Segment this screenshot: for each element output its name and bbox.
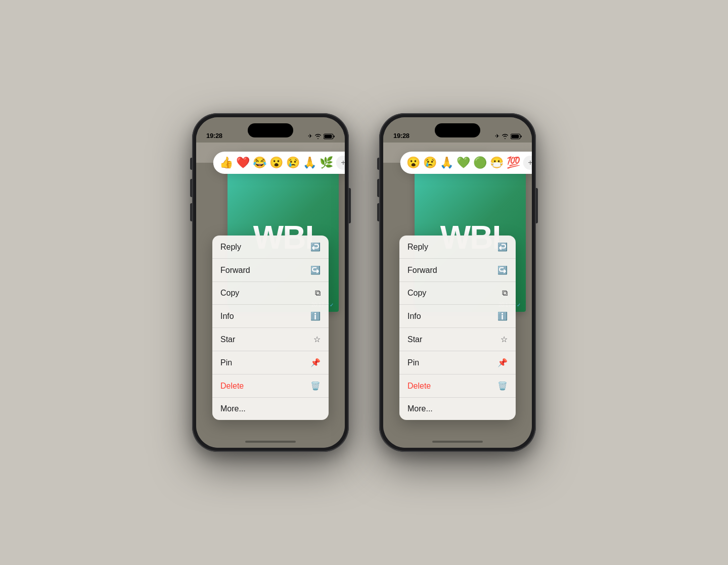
emoji-cry-right[interactable]: 😢 <box>423 156 437 169</box>
phone-right: 19:28 ✈ WBI <box>379 113 536 452</box>
home-indicator-right <box>432 441 483 443</box>
screen-right: 19:28 ✈ WBI <box>383 117 532 448</box>
menu-forward-right[interactable]: Forward ↪️ <box>399 259 516 282</box>
volume-down-button-left[interactable] <box>190 203 192 221</box>
menu-forward-left[interactable]: Forward ↪️ <box>212 259 329 282</box>
info-icon-left: ℹ️ <box>310 311 321 321</box>
battery-icon-left <box>324 133 335 139</box>
menu-copy-right[interactable]: Copy ⧉ <box>399 282 516 305</box>
menu-delete-label-right: Delete <box>407 382 431 391</box>
emoji-100-right[interactable]: 💯 <box>507 156 520 169</box>
battery-icon-right <box>511 133 522 139</box>
copy-icon-left: ⧉ <box>315 289 321 298</box>
pin-icon-right: 📌 <box>497 358 508 367</box>
menu-copy-left[interactable]: Copy ⧉ <box>212 282 329 305</box>
emoji-pray[interactable]: 🙏 <box>303 156 316 169</box>
phone-left: 19:28 ✈ WBI <box>192 113 349 452</box>
menu-delete-right[interactable]: Delete 🗑️ <box>399 374 516 398</box>
emoji-heart[interactable]: ❤️ <box>236 156 250 169</box>
emoji-pray-right[interactable]: 🙏 <box>440 156 453 169</box>
dynamic-island-right <box>435 123 480 137</box>
emoji-green-heart-right[interactable]: 💚 <box>457 156 470 169</box>
delete-icon-left: 🗑️ <box>310 381 321 391</box>
silent-button-left[interactable] <box>190 158 192 170</box>
menu-reply-left[interactable]: Reply ↩️ <box>212 236 329 259</box>
volume-up-button-right[interactable] <box>377 179 379 197</box>
menu-delete-left[interactable]: Delete 🗑️ <box>212 374 329 398</box>
dynamic-island-left <box>248 123 293 137</box>
emoji-plus-button-left[interactable]: + <box>336 156 345 170</box>
reply-icon-left: ↩️ <box>310 242 321 252</box>
menu-more-left[interactable]: More... <box>212 398 329 420</box>
emoji-bar-left[interactable]: 👍 ❤️ 😂 😮 😢 🙏 🌿 + <box>213 152 345 174</box>
menu-copy-label-right: Copy <box>407 289 426 298</box>
menu-pin-label-left: Pin <box>220 358 232 367</box>
menu-reply-right[interactable]: Reply ↩️ <box>399 236 516 259</box>
forward-icon-right: ↪️ <box>497 265 508 275</box>
status-time-right: 19:28 <box>393 132 410 139</box>
menu-delete-label-left: Delete <box>220 382 244 391</box>
wifi-icon-right <box>502 133 509 139</box>
emoji-wow-right[interactable]: 😮 <box>406 156 420 169</box>
status-time-left: 19:28 <box>206 132 222 139</box>
menu-pin-right[interactable]: Pin 📌 <box>399 351 516 374</box>
menu-reply-label-left: Reply <box>220 243 241 252</box>
menu-info-left[interactable]: Info ℹ️ <box>212 305 329 328</box>
reply-icon-right: ↩️ <box>497 242 508 252</box>
menu-pin-label-right: Pin <box>407 358 419 367</box>
volume-down-button-right[interactable] <box>377 203 379 221</box>
menu-star-label-right: Star <box>407 335 422 344</box>
menu-info-right[interactable]: Info ℹ️ <box>399 305 516 328</box>
status-icons-right: ✈ <box>495 133 522 139</box>
wifi-icon-left <box>314 133 322 139</box>
emoji-laugh[interactable]: 😂 <box>253 156 266 169</box>
menu-star-label-left: Star <box>220 335 235 344</box>
home-indicator-left <box>245 441 296 443</box>
menu-more-label-right: More... <box>407 404 433 413</box>
forward-icon-left: ↪️ <box>310 265 321 275</box>
context-menu-left: Reply ↩️ Forward ↪️ Copy ⧉ Info ℹ️ Star … <box>212 236 329 420</box>
screen-left: 19:28 ✈ WBI <box>196 117 345 448</box>
info-icon-right: ℹ️ <box>497 311 508 321</box>
menu-info-label-right: Info <box>407 312 421 321</box>
menu-more-right[interactable]: More... <box>399 398 516 420</box>
airplane-icon-left: ✈ <box>308 133 312 139</box>
menu-reply-label-right: Reply <box>407 243 428 252</box>
menu-copy-label-left: Copy <box>220 289 239 298</box>
silent-button-right[interactable] <box>377 158 379 170</box>
menu-pin-left[interactable]: Pin 📌 <box>212 351 329 374</box>
power-button-right[interactable] <box>536 188 538 223</box>
volume-up-button-left[interactable] <box>190 179 192 197</box>
emoji-thumbsup[interactable]: 👍 <box>219 156 233 169</box>
menu-forward-label-right: Forward <box>407 266 437 275</box>
emoji-cry[interactable]: 😢 <box>286 156 300 169</box>
emoji-leaf[interactable]: 🌿 <box>320 156 333 169</box>
menu-star-left[interactable]: Star ☆ <box>212 328 329 351</box>
menu-forward-label-left: Forward <box>220 266 250 275</box>
svg-rect-3 <box>512 134 519 138</box>
pin-icon-left: 📌 <box>310 358 321 367</box>
emoji-wow[interactable]: 😮 <box>269 156 283 169</box>
context-menu-right: Reply ↩️ Forward ↪️ Copy ⧉ Info ℹ️ Star … <box>399 236 516 420</box>
status-icons-left: ✈ <box>308 133 335 139</box>
svg-rect-1 <box>325 134 332 138</box>
delete-icon-right: 🗑️ <box>497 381 508 391</box>
star-icon-right: ☆ <box>500 335 508 344</box>
airplane-icon-right: ✈ <box>495 133 499 139</box>
copy-icon-right: ⧉ <box>502 289 508 298</box>
menu-info-label-left: Info <box>220 312 234 321</box>
menu-more-label-left: More... <box>220 404 246 413</box>
menu-star-right[interactable]: Star ☆ <box>399 328 516 351</box>
emoji-plus-button-right[interactable]: + <box>523 156 532 170</box>
emoji-mask-right[interactable]: 😷 <box>490 156 504 169</box>
emoji-bar-right[interactable]: 😮 😢 🙏 💚 🟢 😷 💯 + <box>400 152 532 174</box>
star-icon-left: ☆ <box>313 335 321 344</box>
power-button-left[interactable] <box>349 188 351 223</box>
emoji-green-circle-right[interactable]: 🟢 <box>473 156 487 169</box>
